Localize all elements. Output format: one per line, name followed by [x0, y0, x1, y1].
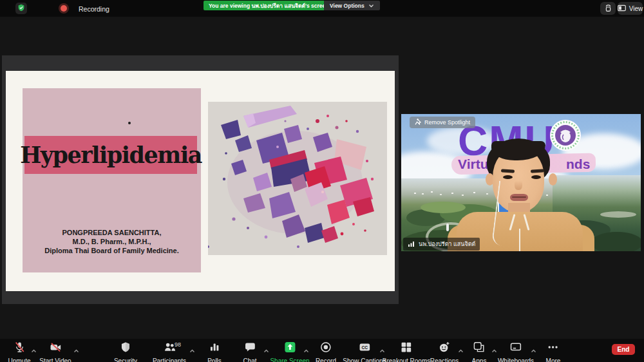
chat-options-chevron[interactable]	[263, 344, 269, 356]
tree-blob	[591, 232, 641, 251]
remove-spotlight-button[interactable]: Remove Spotlight	[410, 117, 475, 128]
zoom-meeting-window: Recording You are viewing นพ.ปองปรีดา แส…	[0, 0, 644, 362]
security-shield-icon	[120, 341, 131, 356]
shield-check-icon	[17, 3, 25, 14]
polls-button[interactable]: Polls	[207, 341, 222, 362]
monument	[446, 224, 449, 231]
video-options-chevron[interactable]	[73, 344, 79, 356]
start-video-button[interactable]: Start Video	[39, 341, 71, 362]
end-meeting-button[interactable]: End	[612, 344, 635, 355]
apps-label: Apps	[472, 357, 487, 362]
apps-icon	[473, 341, 485, 356]
chat-bubble-icon	[244, 341, 256, 356]
recording-label: Recording	[79, 5, 109, 13]
slide-bullet-dot	[128, 122, 131, 124]
share-screen-icon	[284, 341, 296, 356]
shared-screen-region: Hyperlipidemia PONGPREEDA SAENCHITTA, M.…	[2, 55, 399, 304]
credit-line: M.D., B. Pharm., M.P.H.,	[23, 238, 201, 247]
view-button-label: View	[629, 5, 643, 12]
meeting-toolbar: Unmute Start Video Security Participants…	[0, 339, 644, 362]
chevron-down-icon	[368, 3, 374, 9]
encryption-shield-button[interactable]	[15, 3, 27, 14]
slide-presenter-credits: PONGPREEDA SAENCHITTA, M.D., B. Pharm., …	[23, 229, 201, 255]
audio-options-chevron[interactable]	[31, 344, 37, 356]
unmute-label: Unmute	[8, 357, 30, 362]
audio-level-bars-icon	[408, 240, 415, 249]
apps-button[interactable]: Apps	[472, 341, 487, 362]
chat-button[interactable]: Chat	[243, 341, 256, 362]
viewing-screen-banner: You are viewing นพ.ปองปรีดา แสนจิตต์'s s…	[204, 1, 325, 10]
person-eye	[531, 175, 541, 179]
reactions-options-chevron[interactable]	[458, 344, 464, 356]
polls-icon	[209, 341, 220, 356]
remove-spotlight-label: Remove Spotlight	[424, 119, 470, 126]
background-subtitle-right: nds	[566, 157, 590, 172]
participants-chevron[interactable]	[189, 344, 195, 356]
participants-label: Participants	[153, 357, 186, 362]
share-options-chevron[interactable]	[303, 344, 309, 356]
security-label: Security	[114, 357, 137, 362]
shirt-zipper	[519, 229, 520, 251]
record-label: Record	[316, 357, 336, 362]
whiteboards-button[interactable]: Whiteboards	[498, 341, 534, 362]
crushed-makeup-photo	[208, 102, 387, 255]
swap-windows-button[interactable]	[600, 2, 616, 15]
apps-options-chevron[interactable]	[491, 344, 497, 356]
pin-icon	[415, 119, 421, 126]
person-nose	[515, 178, 522, 190]
participant-name-tag: นพ.ปองปรีดา แสนจิตต์	[403, 238, 480, 251]
closed-captions-icon: CC	[359, 341, 370, 356]
whiteboards-label: Whiteboards	[498, 357, 534, 362]
view-layout-icon	[618, 5, 626, 13]
record-icon	[320, 341, 332, 356]
chat-label: Chat	[243, 357, 256, 362]
more-dots-icon	[547, 341, 559, 356]
share-screen-label: Share Screen	[270, 357, 309, 362]
reactions-button[interactable]: Reactions	[430, 341, 459, 362]
person-ear	[549, 173, 557, 186]
top-bar: Recording You are viewing นพ.ปองปรีดา แส…	[0, 0, 644, 17]
mic-muted-icon	[14, 341, 25, 356]
record-button[interactable]: Record	[316, 341, 336, 362]
breakout-rooms-button[interactable]: Breakout Rooms	[383, 341, 430, 362]
participants-icon	[164, 341, 176, 356]
whiteboards-icon	[510, 341, 522, 356]
spotlight-video-tile[interactable]: CMU Virtual nds	[401, 114, 641, 251]
unmute-button[interactable]: Unmute	[8, 341, 30, 362]
speaker-device-icon	[603, 3, 613, 14]
view-options-label: View Options	[330, 3, 365, 9]
security-button[interactable]: Security	[114, 341, 137, 362]
university-logo	[549, 119, 582, 151]
video-muted-icon	[50, 341, 61, 356]
breakout-rooms-label: Breakout Rooms	[383, 357, 430, 362]
more-label: More	[546, 357, 561, 362]
view-options-button[interactable]: View Options	[324, 1, 380, 10]
start-video-label: Start Video	[39, 357, 71, 362]
slide-title: Hyperlipidemia	[20, 142, 202, 168]
field-blob	[421, 202, 466, 213]
presentation-slide: Hyperlipidemia PONGPREEDA SAENCHITTA, M.…	[6, 71, 395, 291]
svg-text:CC: CC	[361, 345, 368, 350]
road-strip	[600, 211, 636, 218]
whiteboards-options-chevron[interactable]	[531, 344, 536, 356]
reactions-label: Reactions	[430, 357, 459, 362]
polls-label: Polls	[207, 357, 222, 362]
person-eye	[503, 175, 513, 179]
participants-button[interactable]: Participants	[153, 341, 186, 362]
participant-name: นพ.ปองปรีดา แสนจิตต์	[419, 240, 475, 249]
participants-count: 98	[175, 341, 181, 348]
breakout-rooms-icon	[401, 341, 412, 356]
city-buildings	[414, 193, 416, 194]
recording-indicator-icon	[61, 5, 67, 12]
reactions-smiley-icon	[439, 341, 450, 356]
credit-line: Diploma Thai Board of Family Medicine.	[23, 247, 201, 256]
person-mouth-line	[512, 196, 526, 198]
show-captions-label: Show Captions	[343, 357, 386, 362]
slide-title-bar: Hyperlipidemia	[24, 136, 197, 174]
credit-line: PONGPREEDA SAENCHITTA,	[23, 229, 201, 238]
more-button[interactable]: More	[546, 341, 561, 362]
view-button[interactable]: View	[618, 2, 643, 15]
